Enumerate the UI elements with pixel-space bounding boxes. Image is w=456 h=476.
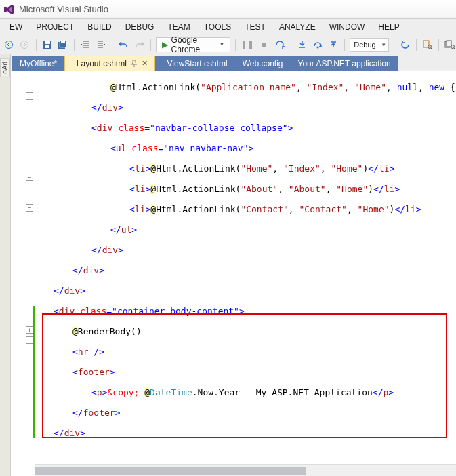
- tab-webconfig[interactable]: Web.config: [235, 56, 291, 71]
- start-debug-button[interactable]: ▶ Google Chrome ▼: [156, 37, 231, 52]
- svg-point-8: [316, 46, 318, 48]
- scroll-thumb-h[interactable]: [35, 467, 306, 475]
- browser-refresh-button[interactable]: [398, 37, 411, 52]
- menu-bar: EW PROJECT BUILD DEBUG TEAM TOOLS TEST A…: [0, 19, 456, 35]
- menu-debug[interactable]: DEBUG: [119, 22, 161, 32]
- tab-aspnet[interactable]: Your ASP.NET application: [290, 56, 398, 71]
- horizontal-scrollbar[interactable]: [35, 464, 456, 476]
- menu-analyze[interactable]: ANALYZE: [272, 22, 323, 32]
- step-out-button[interactable]: [327, 37, 339, 52]
- code-area[interactable]: @Html.ActionLink("Application name", "In…: [35, 71, 456, 476]
- close-icon[interactable]: ✕: [142, 59, 148, 68]
- find-in-files-button[interactable]: [444, 37, 456, 52]
- svg-rect-7: [61, 41, 65, 43]
- save-all-button[interactable]: [57, 37, 69, 52]
- svg-point-0: [5, 41, 13, 48]
- step-over-button[interactable]: [312, 37, 324, 52]
- svg-point-10: [428, 45, 431, 48]
- tab-layout[interactable]: _Layout.cshtml ✕: [64, 56, 155, 71]
- outdent-button[interactable]: [79, 37, 91, 52]
- find-button[interactable]: [421, 37, 434, 52]
- play-icon: ▶: [162, 40, 168, 49]
- menu-project[interactable]: PROJECT: [29, 22, 81, 32]
- svg-point-1: [21, 41, 28, 48]
- menu-view[interactable]: EW: [3, 22, 29, 32]
- outline-toggle[interactable]: −: [26, 336, 33, 344]
- svg-rect-4: [45, 45, 49, 48]
- menu-tools[interactable]: TOOLS: [197, 22, 238, 32]
- pin-icon[interactable]: [130, 60, 138, 68]
- code-editor[interactable]: − − − + − @Html.ActionLink("Application …: [11, 71, 456, 476]
- save-button[interactable]: [41, 37, 53, 52]
- svg-rect-3: [45, 41, 50, 44]
- menu-window[interactable]: WINDOW: [323, 22, 372, 32]
- menu-help[interactable]: HELP: [371, 22, 406, 32]
- redo-button[interactable]: [133, 37, 145, 52]
- stop-button[interactable]: ■: [257, 37, 270, 52]
- outline-toggle[interactable]: −: [26, 174, 33, 181]
- config-dropdown[interactable]: Debug: [350, 38, 388, 52]
- step-into-button[interactable]: [296, 37, 308, 52]
- window-title: Microsoft Visual Studio: [19, 4, 108, 14]
- outline-toggle[interactable]: −: [26, 204, 33, 212]
- tab-viewstart[interactable]: _ViewStart.cshtml: [155, 56, 235, 71]
- nav-back-button[interactable]: [3, 37, 15, 52]
- outline-toggle[interactable]: +: [26, 326, 33, 334]
- left-dock: oAd: [0, 54, 11, 476]
- menu-test[interactable]: TEST: [238, 22, 272, 32]
- toolbar: ▶ Google Chrome ▼ ❚❚ ■ Debug: [0, 35, 456, 54]
- chevron-down-icon: ▼: [219, 41, 224, 47]
- menu-team[interactable]: TEAM: [161, 22, 196, 32]
- tab-myoffline[interactable]: MyOffline*: [12, 56, 64, 71]
- svg-rect-12: [447, 41, 451, 47]
- vs-logo-icon: [4, 4, 15, 15]
- restart-icon[interactable]: [273, 37, 285, 52]
- menu-build[interactable]: BUILD: [81, 22, 118, 32]
- gutter: − − − + −: [11, 71, 35, 476]
- nav-forward-button[interactable]: [18, 37, 30, 52]
- start-label: Google Chrome: [171, 35, 216, 54]
- indent-button[interactable]: [95, 37, 107, 52]
- pause-button[interactable]: ❚❚: [241, 37, 254, 52]
- outline-toggle[interactable]: −: [26, 92, 33, 100]
- sidebar-tab[interactable]: oAd: [0, 58, 10, 77]
- undo-button[interactable]: [117, 37, 129, 52]
- title-bar: Microsoft Visual Studio: [0, 0, 456, 19]
- document-tabs: MyOffline* _Layout.cshtml ✕ _ViewStart.c…: [11, 54, 456, 71]
